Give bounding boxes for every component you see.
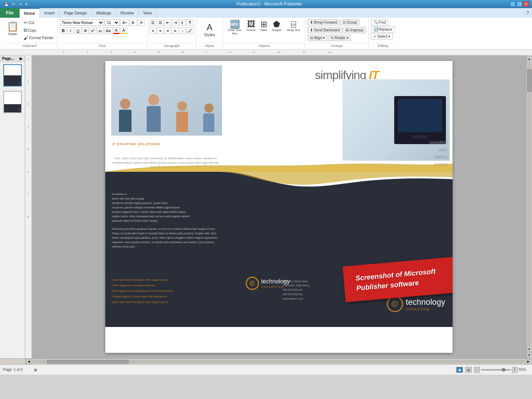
- paragraph-label: Paragraph: [150, 43, 194, 48]
- hscroll-right-button[interactable]: ▶: [525, 359, 531, 364]
- scroll-thumb-v[interactable]: [527, 69, 532, 92]
- normal-view-button[interactable]: ▣: [456, 367, 463, 373]
- tab-page-design[interactable]: Page Design: [59, 8, 92, 18]
- align-button[interactable]: ⊟ Align ▾: [307, 35, 327, 41]
- scroll-down-button[interactable]: ▼: [527, 347, 532, 352]
- select-button[interactable]: ↖ Select ▾: [371, 33, 393, 40]
- bullets-button[interactable]: ☰: [150, 19, 156, 26]
- indent-button[interactable]: ⇥: [172, 19, 178, 26]
- rotate-button[interactable]: ↻ Rotate ▾: [328, 35, 351, 41]
- cut-button[interactable]: ✂ Cut: [22, 19, 55, 26]
- superscript-button[interactable]: x²: [89, 27, 96, 34]
- tab-insert[interactable]: Insert: [40, 8, 59, 18]
- find-button[interactable]: 🔍 Find: [371, 19, 388, 25]
- vertical-scrollbar[interactable]: ▲ ▼ ▼: [526, 55, 532, 358]
- italic-button[interactable]: I: [67, 27, 74, 34]
- customize-quick-btn[interactable]: ▾: [24, 2, 28, 6]
- para-shading-button[interactable]: 🖊: [187, 27, 194, 34]
- change-case-button[interactable]: Aa: [104, 27, 112, 34]
- hscroll-thumb[interactable]: [47, 360, 129, 364]
- numbering-button[interactable]: ☰: [157, 19, 164, 26]
- group-button[interactable]: ⊡ Group: [340, 19, 359, 25]
- redo-quick-btn[interactable]: ↪: [18, 2, 23, 6]
- justify-button[interactable]: ≡: [172, 27, 178, 34]
- outdent-button[interactable]: ⇤: [164, 19, 171, 26]
- person-2: [147, 94, 161, 132]
- monitor-screen: [398, 99, 442, 132]
- hscroll-track: [33, 360, 525, 364]
- tab-home[interactable]: Home: [20, 8, 40, 18]
- tab-view[interactable]: View: [139, 8, 157, 18]
- staffing-heading: IT STAFFING SOLUTIONS: [112, 142, 160, 146]
- hscroll-left-button[interactable]: ◀: [26, 359, 32, 364]
- replace-button[interactable]: 🔄 Replace: [371, 26, 395, 33]
- draw-text-box-button[interactable]: 🔤 Draw Text Box: [225, 19, 244, 36]
- bring-forward-icon: ⬆: [310, 20, 313, 24]
- scroll-extra-down[interactable]: ▼: [527, 352, 532, 358]
- text-highlight-button[interactable]: A: [120, 27, 127, 34]
- subscript-button[interactable]: x₂: [97, 27, 103, 34]
- arrange-content: ⬆ Bring Forward ⊡ Group ⬇ Send Backward …: [307, 19, 366, 43]
- zoom-slider-thumb[interactable]: [502, 368, 505, 372]
- bring-forward-button[interactable]: ⬆ Bring Forward: [307, 19, 340, 25]
- restore-button[interactable]: ❐: [516, 1, 522, 7]
- ungroup-icon: ⊞: [345, 28, 348, 32]
- font-name-select[interactable]: Times New Roman: [60, 19, 104, 26]
- arrange-label: Arrange: [307, 43, 366, 48]
- align-center-button[interactable]: ≡: [157, 27, 164, 34]
- tab-review[interactable]: Review: [116, 8, 139, 18]
- font-size-select[interactable]: 11: [105, 19, 120, 26]
- strikethrough-button[interactable]: X: [82, 27, 89, 34]
- ungroup-button[interactable]: ⊞ Ungroup: [343, 27, 366, 33]
- underline-button[interactable]: U: [75, 27, 81, 34]
- objects-content: 🔤 Draw Text Box 🖼 Picture ⊞ Table ⬟ Shap…: [225, 19, 303, 43]
- align-left-button[interactable]: ≡: [150, 27, 156, 34]
- print-view-button[interactable]: ▤: [465, 367, 472, 373]
- undo-quick-btn[interactable]: ↩: [11, 2, 16, 6]
- font-content: Times New Roman 11 A+ A- ✕ B I U X x² x₂…: [60, 19, 145, 43]
- zoom-slider-track[interactable]: [481, 369, 511, 371]
- zoom-in-button[interactable]: +: [512, 367, 518, 373]
- clear-format-button[interactable]: ✕: [138, 19, 145, 26]
- format-painter-button[interactable]: 🖌 Format Painter: [22, 34, 55, 41]
- pages-panel-header: Page... ▶: [0, 55, 25, 62]
- help-button[interactable]: ?: [523, 8, 532, 18]
- wrap-text-button[interactable]: ⌸ Wrap Text: [284, 19, 303, 33]
- scroll-track-v: [527, 62, 532, 346]
- monitor: [394, 96, 446, 144]
- canvas-area[interactable]: simplifying IT consulting: [32, 55, 526, 358]
- table-button[interactable]: ⊞ Table: [258, 19, 269, 33]
- zoom-out-button[interactable]: −: [474, 367, 480, 373]
- minimize-button[interactable]: ─: [510, 1, 516, 7]
- bold-button[interactable]: B: [60, 27, 66, 34]
- align-right-button[interactable]: ≡: [164, 27, 171, 34]
- paste-button[interactable]: 📋 Paste: [4, 19, 21, 37]
- clipboard-label: Clipboard: [4, 43, 55, 48]
- horizontal-scrollbar[interactable]: ◀ ▶: [0, 358, 532, 364]
- picture-button[interactable]: 🖼 Picture: [245, 19, 258, 33]
- font-shrink-button[interactable]: A-: [130, 19, 137, 26]
- page-thumb-1[interactable]: 1: [3, 64, 22, 86]
- page-thumb-2[interactable]: 2: [3, 91, 22, 113]
- replace-icon: 🔄: [374, 27, 378, 31]
- paragraph-mark-button[interactable]: ¶: [187, 19, 193, 26]
- shapes-button[interactable]: ⬟ Shapes: [270, 19, 283, 33]
- bullet-2: · Venio regula ea vel fatua incassum.: [110, 283, 174, 288]
- line-spacing-button[interactable]: ↕: [179, 27, 186, 34]
- scroll-up-button[interactable]: ▲: [527, 56, 532, 61]
- columns-button[interactable]: ⫿: [179, 19, 186, 26]
- font-color-button[interactable]: A: [113, 27, 120, 34]
- copy-button[interactable]: ⧉ Copy: [22, 27, 55, 34]
- font-row2: B I U X x² x₂ Aa A A: [60, 27, 127, 34]
- white-wave: [105, 172, 453, 190]
- file-tab[interactable]: File: [0, 8, 20, 18]
- font-grow-button[interactable]: A+: [120, 19, 129, 26]
- editing-content: 🔍 Find 🔄 Replace ↖ Select ▾: [371, 19, 395, 43]
- save-quick-btn[interactable]: 💾: [3, 2, 10, 6]
- pages-panel-expand-icon[interactable]: ▶: [20, 57, 23, 61]
- close-button[interactable]: ✕: [523, 1, 529, 7]
- screenshot-banner: Screenshot of MicrosoftPublisher softwar…: [342, 257, 453, 302]
- styles-button[interactable]: A Styles: [198, 19, 221, 40]
- send-backward-button[interactable]: ⬇ Send Backward: [307, 27, 342, 33]
- tab-mailings[interactable]: Mailings: [92, 8, 116, 18]
